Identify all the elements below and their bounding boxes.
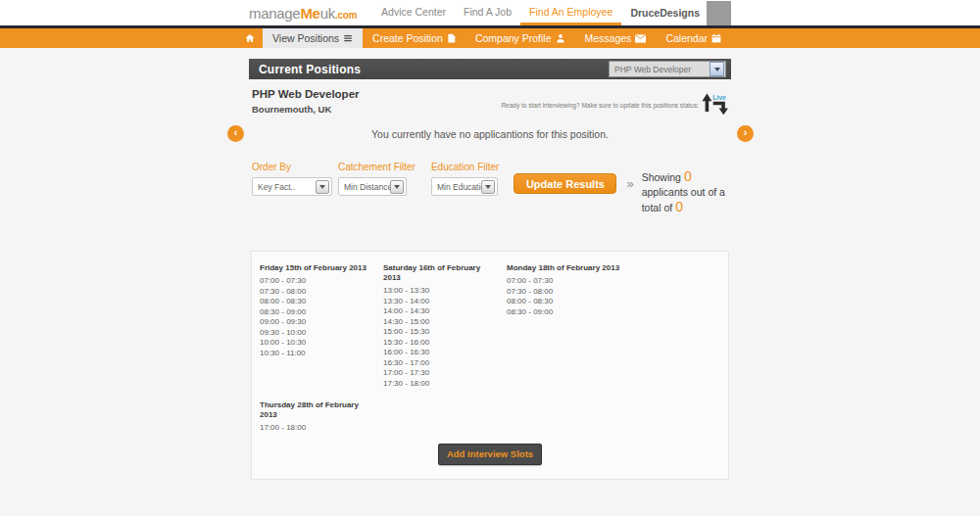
time-slot: 13:30 - 14:00 <box>383 297 507 307</box>
subnav-create-position[interactable]: Create Position <box>363 28 466 48</box>
time-slot: 10:00 - 10:30 <box>260 338 383 349</box>
interview-slots-panel: Friday 15th of February 2013 07:00 - 07:… <box>251 251 729 480</box>
subnav-calendar-label: Calendar <box>665 32 708 44</box>
order-by-select-value: Key Fact.. <box>253 182 316 192</box>
catchment-filter-label: Catchement Filter <box>338 162 416 172</box>
showing-label: Showing <box>642 171 681 183</box>
interview-day: Saturday 16th of February 2013 13:00 - 1… <box>383 263 507 389</box>
position-location: Bournemouth, UK <box>252 104 360 115</box>
add-interview-slots-button[interactable]: Add Interview Slots <box>438 444 542 465</box>
day-slots: 13:00 - 13:3013:30 - 14:0014:00 - 14:301… <box>383 286 507 389</box>
time-slot: 09:30 - 10:00 <box>260 328 383 339</box>
catchment-filter-select-value: Min Distance.. <box>339 182 390 192</box>
order-by-select[interactable]: Key Fact.. <box>252 177 332 196</box>
nav-find-a-job[interactable]: Find A Job <box>455 0 520 25</box>
time-slot: 08:30 - 09:00 <box>260 307 383 318</box>
time-slot: 14:30 - 15:00 <box>383 317 507 328</box>
day-slots: 07:00 - 07:3007:30 - 08:0008:00 - 08:300… <box>507 276 630 317</box>
nav-find-an-employee[interactable]: Find An Employee <box>520 0 621 25</box>
education-filter-label: Education Filter <box>431 162 499 172</box>
time-slot: 08:30 - 09:00 <box>507 307 630 318</box>
day-header: Friday 15th of February 2013 <box>260 263 373 273</box>
time-slot: 17:00 - 18:00 <box>260 423 383 434</box>
subnav-bar: View Positions Create Position Company P… <box>0 28 980 48</box>
time-slot: 15:30 - 16:00 <box>383 338 507 349</box>
chevron-down-icon <box>390 180 404 194</box>
file-icon <box>447 33 456 43</box>
time-slot: 17:00 - 17:30 <box>383 368 507 379</box>
subnav-view-positions[interactable]: View Positions <box>263 28 363 48</box>
update-results-button[interactable]: Update Results <box>514 173 616 194</box>
chevron-down-icon <box>710 62 724 76</box>
main-content: Current Positions PHP Web Developer PHP … <box>249 59 731 480</box>
subnav-calendar[interactable]: Calendar <box>656 28 731 48</box>
time-slot: 14:00 - 14:30 <box>383 306 507 317</box>
no-applications-message: You currently have no applicantions for … <box>249 125 731 143</box>
time-slot: 07:00 - 07:30 <box>260 276 383 287</box>
page: manageMeuk.com Advice Center Find A Job … <box>0 0 980 516</box>
position-select-value: PHP Web Developer <box>610 65 710 74</box>
interview-day: Thursday 28th of February 2013 17:00 - 1… <box>260 400 383 434</box>
subnav-company-profile-label: Company Profile <box>475 32 552 44</box>
chevron-down-icon <box>481 180 495 194</box>
time-slot: 13:00 - 13:30 <box>383 286 507 297</box>
subnav-messages-label: Messages <box>585 32 632 44</box>
double-chevron-icon: » <box>626 176 633 191</box>
nav-advice-center[interactable]: Advice Center <box>372 0 455 25</box>
avatar[interactable] <box>707 1 731 25</box>
time-slot: 07:30 - 08:00 <box>507 287 630 298</box>
time-slot: 07:30 - 08:00 <box>260 287 383 298</box>
order-by-label: Order By <box>252 162 332 172</box>
results-summary-middle: applicants out of a total of <box>642 186 725 213</box>
subnav-messages[interactable]: Messages <box>575 28 657 48</box>
results-summary: Showing 0 applicants out of a total of 0 <box>642 169 728 215</box>
interview-days-grid: Friday 15th of February 2013 07:00 - 07:… <box>260 263 720 434</box>
position-select[interactable]: PHP Web Developer <box>609 61 726 77</box>
education-filter-select[interactable]: Min Education.. <box>431 177 498 196</box>
envelope-icon <box>635 34 646 43</box>
subnav-create-position-label: Create Position <box>372 32 443 44</box>
chevron-down-icon <box>316 180 329 194</box>
live-status-icon[interactable]: Live <box>702 91 728 119</box>
subnav-view-positions-label: View Positions <box>272 32 339 44</box>
education-filter-select-value: Min Education.. <box>432 182 481 192</box>
filters-row: Order By Key Fact.. Catchement Filter Mi… <box>249 162 731 215</box>
top-nav: Advice Center Find A Job Find An Employe… <box>372 0 621 25</box>
catchment-filter-select[interactable]: Min Distance.. <box>338 177 407 196</box>
day-slots: 17:00 - 18:00 <box>260 423 383 434</box>
position-info: PHP Web Developer Bournemouth, UK <box>252 88 360 115</box>
subnav-home[interactable] <box>237 28 263 48</box>
interview-day: Friday 15th of February 2013 07:00 - 07:… <box>260 263 383 389</box>
time-slot: 08:00 - 08:30 <box>507 297 630 307</box>
time-slot: 08:00 - 08:30 <box>260 297 383 307</box>
education-filter-group: Education Filter Min Education.. <box>431 162 499 196</box>
time-slot: 10:30 - 11:00 <box>260 349 383 359</box>
interview-day: Monday 18th of February 2013 07:00 - 07:… <box>507 263 630 389</box>
total-count: 0 <box>675 199 683 214</box>
logo-text-suffix: uk <box>320 5 335 22</box>
position-header: PHP Web Developer Bournemouth, UK Ready … <box>249 88 731 119</box>
catchment-filter-group: Catchement Filter Min Distance.. <box>338 162 416 196</box>
username[interactable]: DruceDesigns <box>630 7 700 19</box>
next-arrow-button[interactable]: › <box>737 125 754 142</box>
position-title: PHP Web Developer <box>252 88 360 100</box>
status-note: Ready to start interviewing? Make sure t… <box>501 102 699 109</box>
logo-text-tld: .com <box>335 10 357 21</box>
day-slots: 07:00 - 07:3007:30 - 08:0008:00 - 08:300… <box>260 276 383 358</box>
day-header: Saturday 16th of February 2013 <box>383 263 497 283</box>
home-icon <box>245 33 255 43</box>
applicant-carousel: ‹ You currently have no applicantions fo… <box>249 125 731 143</box>
calendar-icon <box>711 33 721 43</box>
logo-text-prefix: manage <box>249 5 300 22</box>
current-positions-bar: Current Positions PHP Web Developer <box>249 59 731 79</box>
time-slot: 17:30 - 18:00 <box>383 379 507 390</box>
shown-count: 0 <box>684 168 692 184</box>
logo-text-me: Me <box>300 5 319 22</box>
logo[interactable]: manageMeuk.com <box>249 5 357 22</box>
subnav-company-profile[interactable]: Company Profile <box>466 28 575 48</box>
time-slot: 16:30 - 17:00 <box>383 358 507 369</box>
order-by-group: Order By Key Fact.. <box>252 162 332 196</box>
previous-arrow-button[interactable]: ‹ <box>227 125 244 142</box>
day-header: Thursday 28th of February 2013 <box>260 400 373 420</box>
time-slot: 16:00 - 16:30 <box>383 348 507 358</box>
